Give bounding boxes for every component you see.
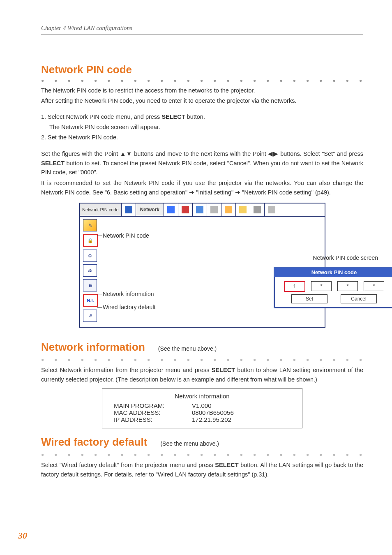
infobox-row: MAC ADDRESS:08007B650056 <box>114 409 291 416</box>
set-button[interactable]: Set <box>291 294 327 303</box>
text: Select "Wired factory default" from the … <box>41 460 363 479</box>
network-tab: Network <box>136 204 164 216</box>
network-info-box: Network information MAIN PROGRAM:V1.000 … <box>102 388 302 428</box>
menubar-label: Network PIN code <box>80 204 122 216</box>
pin-caption: Network PIN code screen <box>313 254 378 261</box>
text: After setting the Network PIN code, you … <box>41 97 363 105</box>
side-icon-gear: ⚙ <box>83 250 97 262</box>
menubar-icon <box>164 204 178 216</box>
pin-digit-4[interactable]: * <box>364 281 384 291</box>
infobox-row: MAIN PROGRAM:V1.000 <box>114 402 291 409</box>
heading-factory-default: Wired factory default <box>41 436 147 449</box>
menubar-icon <box>250 204 265 216</box>
pin-digit-1[interactable]: 1 <box>284 281 305 292</box>
menubar-icon <box>207 204 221 216</box>
infobox-title: Network information <box>114 393 291 400</box>
arrow-right-icon: ➔ <box>235 189 240 196</box>
text: Set the figures with the Point ▲▼ button… <box>41 149 363 177</box>
menubar: Network PIN code Network <box>79 203 325 217</box>
side-icon-ni: N.I. <box>83 294 98 307</box>
callout-factory: Wired factory default <box>103 304 155 310</box>
chapter-header: Chapter 4 Wired LAN configurations <box>41 25 363 35</box>
pin-dialog-title: Network PIN code <box>274 268 392 277</box>
text: The Network PIN code is to restrict the … <box>41 86 363 95</box>
menubar-icon <box>236 204 250 216</box>
pin-dialog: Network PIN code 1 * * * Set Cancel <box>274 267 392 308</box>
heading-network-pin: Network PIN code <box>41 63 363 76</box>
side-icon-net: 🖧 <box>83 264 97 277</box>
step-2: 2. Set the Network PIN code. <box>41 133 363 142</box>
side-icon-reset: ↺ <box>83 310 97 322</box>
divider-dots: ● ● ● ● ● ● ● ● ● ● ● ● ● ● ● ● ● ● ● ● … <box>41 78 363 84</box>
left-right-arrows-icon: ◀▶ <box>268 150 278 157</box>
text: It is recommended to set the Network PIN… <box>41 178 363 197</box>
step-1: 1. Select Network PIN code menu, and pre… <box>41 113 363 121</box>
pin-digit-2[interactable]: * <box>311 281 332 291</box>
side-icon: 🖥 <box>83 279 97 291</box>
see-menu-note: (See the menu above.) <box>160 440 219 447</box>
menubar-icon <box>122 204 136 216</box>
menubar-icon <box>221 204 236 216</box>
see-menu-note: (See the menu above.) <box>158 345 217 352</box>
arrow-right-icon: ➔ <box>189 189 194 196</box>
up-down-arrows-icon: ▲▼ <box>120 150 132 157</box>
menu-figure: Network PIN code Network ✎ 🔒 ⚙ 🖧 🖥 N.I. … <box>79 203 325 328</box>
menubar-icon <box>193 204 207 216</box>
callout-ninfo: Network information <box>103 291 154 297</box>
divider-dots: ● ● ● ● ● ● ● ● ● ● ● ● ● ● ● ● ● ● ● ● … <box>41 357 363 363</box>
side-icon-pencil: ✎ <box>83 219 97 231</box>
side-icon-pin: 🔒 <box>83 234 98 247</box>
menubar-icon <box>265 204 279 216</box>
pin-digit-3[interactable]: * <box>337 281 358 291</box>
heading-network-info: Network information <box>41 341 145 354</box>
cancel-button[interactable]: Cancel <box>341 294 377 303</box>
page-number: 30 <box>18 530 27 541</box>
text: Select Network information from the proj… <box>41 365 363 384</box>
callout-pin: Network PIN code <box>103 232 149 239</box>
divider-dots: ● ● ● ● ● ● ● ● ● ● ● ● ● ● ● ● ● ● ● ● … <box>41 452 363 458</box>
menubar-icon <box>178 204 193 216</box>
step-1b: The Network PIN code screen will appear. <box>49 123 363 132</box>
infobox-row: IP ADDRESS:172.21.95.202 <box>114 416 291 423</box>
